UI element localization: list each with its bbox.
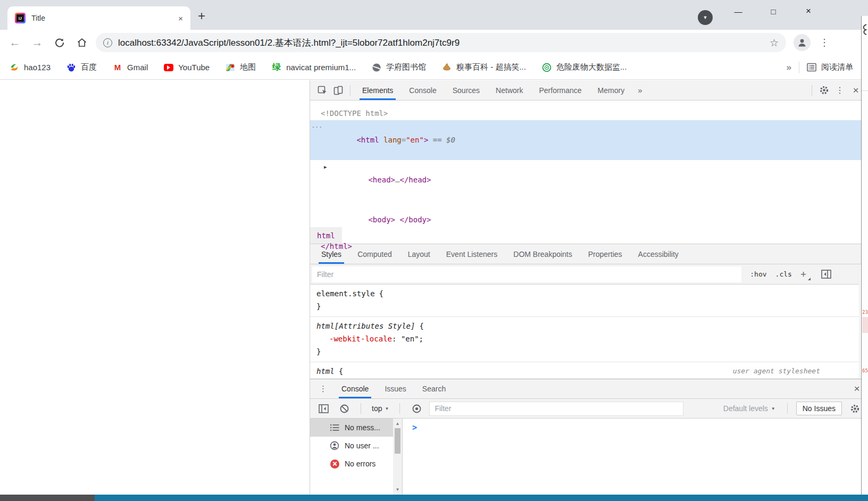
style-rule-attributes-style[interactable]: html[Attributes Style]{ -webkit-locale: …	[310, 317, 868, 362]
styles-filter-input[interactable]	[312, 266, 741, 282]
console-prompt-chevron[interactable]: >	[412, 423, 417, 432]
devtools-menu-icon[interactable]: ⋮	[832, 82, 848, 98]
reload-icon[interactable]	[51, 34, 68, 51]
dollar-zero-marker: == $0	[428, 136, 455, 144]
devtools-tab-console[interactable]: Console	[401, 80, 444, 100]
drawer-tab-issues[interactable]: Issues	[377, 379, 414, 398]
scroll-up-icon[interactable]: ▲	[393, 421, 402, 426]
bookmark-hazwaste[interactable]: 危险废物大数据监...	[542, 62, 627, 72]
toggle-sidebar-icon[interactable]	[818, 266, 834, 282]
browser-tab[interactable]: IJ Title ×	[7, 6, 190, 30]
window-maximize-button[interactable]: □	[762, 0, 785, 22]
reading-list-button[interactable]: 阅读清单	[807, 62, 853, 72]
home-icon[interactable]	[73, 34, 90, 51]
css-value[interactable]: "en"	[401, 335, 419, 343]
tab-layout[interactable]: Layout	[400, 244, 438, 264]
device-toolbar-icon[interactable]	[330, 82, 346, 98]
settings-gear-icon[interactable]	[816, 82, 832, 98]
drawer-tab-console[interactable]: Console	[333, 379, 377, 398]
console-sidebar-toggle-icon[interactable]	[315, 400, 331, 416]
devtools-tab-performance[interactable]: Performance	[531, 80, 589, 100]
bookmarks-overflow-icon[interactable]: »	[787, 62, 791, 73]
inspect-element-icon[interactable]	[314, 82, 330, 98]
background-window-strip: 23 65	[861, 16, 868, 495]
tab-event-listeners[interactable]: Event Listeners	[438, 244, 506, 264]
rule-selector[interactable]: html[Attributes Style]	[316, 322, 415, 330]
bookmark-label: navicat premium1...	[286, 63, 356, 72]
address-bar[interactable]: i localhost:63342/JavaScript/lesson01/2.…	[96, 33, 786, 52]
forward-icon[interactable]: →	[29, 34, 46, 51]
drawer-tab-search[interactable]: Search	[414, 379, 454, 398]
toggle-hov-button[interactable]: :hov	[750, 270, 766, 278]
window-close-button[interactable]: ×	[797, 0, 820, 22]
style-rule-user-agent[interactable]: user agent stylesheethtml{ display: bloc…	[310, 362, 868, 379]
bookmark-maps[interactable]: 地图	[226, 62, 256, 72]
console-log-area[interactable]: >	[403, 419, 868, 495]
execution-context-selector[interactable]: top ▼	[370, 404, 391, 413]
sidebar-item-user-messages[interactable]: No user ...	[310, 437, 393, 455]
tab-computed[interactable]: Computed	[349, 244, 400, 264]
tab-accessibility[interactable]: Accessibility	[630, 244, 687, 264]
bookmark-label: 地图	[240, 62, 256, 72]
more-tabs-icon[interactable]: »	[632, 86, 647, 95]
profile-avatar[interactable]	[794, 34, 811, 51]
user-icon	[330, 441, 339, 450]
dom-head-row[interactable]: ▶<head>…</head>	[310, 160, 868, 200]
messages-list-icon	[330, 423, 339, 432]
sidebar-item-errors[interactable]: No errors	[310, 455, 393, 473]
new-tab-button[interactable]: +	[198, 9, 205, 23]
back-icon[interactable]: ←	[6, 34, 23, 51]
tab-close-icon[interactable]: ×	[178, 14, 183, 23]
bookmark-gmail[interactable]: M Gmail	[113, 63, 148, 72]
devtools-tab-network[interactable]: Network	[488, 80, 531, 100]
scroll-down-icon[interactable]: ▼	[393, 487, 402, 492]
css-property[interactable]: -webkit-locale	[329, 335, 392, 343]
tab-search-icon[interactable]: ▼	[698, 10, 713, 25]
devtools-tab-elements[interactable]: Elements	[354, 80, 401, 100]
bookmark-hao123[interactable]: hao123	[10, 63, 51, 72]
devtools-tab-sources[interactable]: Sources	[445, 80, 488, 100]
live-expression-eye-icon[interactable]	[408, 400, 424, 416]
toggle-cls-button[interactable]: .cls	[775, 270, 792, 278]
stylesheet-origin[interactable]: user agent stylesheet	[733, 365, 820, 378]
toolbar-divider	[399, 403, 400, 414]
bookmark-label: 危险废物大数据监...	[556, 62, 627, 72]
new-style-rule-button[interactable]: +	[800, 269, 809, 280]
caret-down-icon: ▼	[771, 406, 775, 411]
console-filter-input[interactable]	[429, 402, 683, 416]
bookmark-label: 百度	[81, 62, 97, 72]
tab-dom-breakpoints[interactable]: DOM Breakpoints	[505, 244, 580, 264]
bookmark-star-icon[interactable]: ☆	[770, 37, 779, 49]
styles-rules-list: element.style{ } html[Attributes Style]{…	[310, 285, 868, 379]
site-info-icon[interactable]: i	[103, 38, 112, 47]
rule-selector[interactable]: html	[316, 367, 335, 375]
bookmark-youtube[interactable]: YouTube	[164, 63, 210, 72]
bookmark-qiushibaike[interactable]: 糗事百科 - 超搞笑...	[442, 62, 526, 72]
console-sidebar-scrollbar[interactable]: ▲ ▼	[393, 419, 402, 495]
tab-styles[interactable]: Styles	[313, 244, 349, 264]
dom-doctype-row[interactable]: <!DOCTYPE html>	[310, 107, 868, 120]
clear-console-icon[interactable]	[336, 400, 352, 416]
window-minimize-button[interactable]: —	[727, 0, 750, 22]
bookmark-navicat[interactable]: 绿 navicat premium1...	[272, 63, 356, 72]
tab-properties[interactable]: Properties	[580, 244, 630, 264]
devtools-tab-memory[interactable]: Memory	[590, 80, 633, 100]
bookmark-baidu[interactable]: 百度	[66, 62, 97, 72]
dom-html-row-selected[interactable]: ···<html lang="en"> == $0	[310, 120, 868, 160]
devtools-panel: Elements Console Sources Network Perform…	[310, 80, 868, 495]
browser-menu-icon[interactable]: ⋮	[818, 37, 831, 48]
rule-selector[interactable]: element.style	[316, 289, 375, 298]
style-rule-element-style[interactable]: element.style{ }	[310, 285, 868, 317]
expand-icon[interactable]: ▶	[324, 161, 327, 174]
bookmark-label: 学府图书馆	[386, 62, 426, 72]
log-levels-dropdown[interactable]: Default levels ▼	[720, 404, 779, 413]
navicat-icon: 绿	[272, 63, 281, 72]
scrollbar-thumb[interactable]	[395, 428, 400, 454]
console-settings-gear-icon[interactable]	[847, 400, 863, 416]
sidebar-item-all-messages[interactable]: No mess...	[310, 419, 393, 437]
bookmark-label: Gmail	[127, 63, 148, 72]
bookmark-library[interactable]: 学府图书馆	[372, 62, 426, 72]
dom-body-row[interactable]: <body> </body>	[310, 200, 868, 240]
drawer-menu-icon[interactable]: ⋮	[313, 384, 333, 394]
no-issues-button[interactable]: No Issues	[796, 402, 842, 415]
